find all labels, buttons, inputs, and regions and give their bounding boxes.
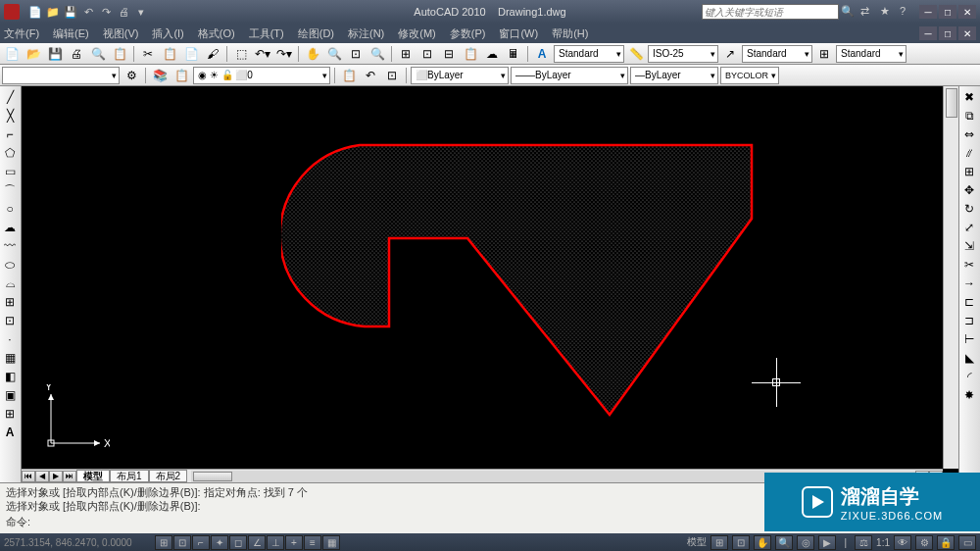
pan-status-icon[interactable]: ✋ bbox=[754, 535, 771, 550]
annotation-visibility-icon[interactable]: 👁 bbox=[894, 535, 911, 550]
workspace-settings-icon[interactable]: ⚙ bbox=[122, 67, 141, 84]
array-icon[interactable]: ⊞ bbox=[959, 163, 979, 180]
zoom-prev-icon[interactable]: 🔍 bbox=[368, 45, 387, 63]
preview-icon[interactable]: 🔍 bbox=[88, 45, 108, 63]
sheet-set-icon[interactable]: 📋 bbox=[461, 45, 480, 63]
minimize-button[interactable]: ─ bbox=[919, 5, 937, 19]
tab-layout2[interactable]: 布局2 bbox=[149, 470, 188, 482]
color-dropdown[interactable]: ⬜ ByLayer bbox=[411, 67, 509, 84]
polyline-icon[interactable]: ⌐ bbox=[0, 125, 20, 143]
tab-first-button[interactable]: ⏮ bbox=[22, 471, 35, 482]
save-icon[interactable]: 💾 bbox=[45, 45, 65, 63]
pan-icon[interactable]: ✋ bbox=[303, 45, 322, 63]
toolbar-lock-icon[interactable]: 🔒 bbox=[937, 535, 955, 550]
rotate-icon[interactable]: ↻ bbox=[959, 200, 979, 218]
hatch-icon[interactable]: ▦ bbox=[0, 349, 20, 367]
star-icon[interactable]: ★ bbox=[880, 5, 894, 19]
menu-draw[interactable]: 绘图(D) bbox=[298, 26, 334, 41]
join-icon[interactable]: ⊢ bbox=[959, 330, 979, 348]
plotstyle-dropdown[interactable]: BYCOLOR bbox=[720, 67, 779, 84]
layer-dropdown[interactable]: ◉ ☀ 🔓 ⬜ 0 bbox=[193, 67, 330, 84]
coordinates-display[interactable]: 2571.3154, 846.2470, 0.0000 bbox=[4, 537, 151, 548]
menu-format[interactable]: 格式(O) bbox=[198, 26, 235, 41]
tab-next-button[interactable]: ▶ bbox=[49, 471, 63, 482]
vertical-scrollbar[interactable] bbox=[943, 86, 958, 469]
close-button[interactable]: ✕ bbox=[958, 5, 976, 19]
cut-icon[interactable]: ✂ bbox=[138, 45, 158, 63]
mtext-icon[interactable]: A bbox=[0, 424, 20, 441]
menu-insert[interactable]: 插入(I) bbox=[152, 26, 183, 41]
break-icon[interactable]: ⊐ bbox=[959, 312, 979, 329]
osnap-button[interactable]: ◻ bbox=[229, 535, 247, 550]
make-block-icon[interactable]: ⊡ bbox=[0, 312, 20, 329]
hscroll-thumb[interactable] bbox=[193, 472, 232, 481]
drawing-canvas[interactable]: X Y ⏮ ◀ ▶ ⏭ 模型 布局1 布局2 ◀ ▶ bbox=[22, 86, 958, 482]
quick-view-layouts-icon[interactable]: ⊞ bbox=[710, 535, 728, 550]
point-icon[interactable]: · bbox=[0, 330, 20, 348]
showmotion-icon[interactable]: ▶ bbox=[818, 535, 836, 550]
fillet-icon[interactable]: ◜ bbox=[959, 368, 979, 385]
ellipse-icon[interactable]: ⬭ bbox=[0, 256, 20, 274]
ellipse-arc-icon[interactable]: ⌓ bbox=[0, 275, 20, 292]
rectangle-icon[interactable]: ▭ bbox=[0, 163, 20, 180]
lineweight-dropdown[interactable]: — ByLayer bbox=[630, 67, 718, 84]
snap-button[interactable]: ⊞ bbox=[155, 535, 172, 550]
copy-obj-icon[interactable]: ⧉ bbox=[959, 107, 979, 125]
menu-params[interactable]: 参数(P) bbox=[450, 26, 486, 41]
zoom-window-icon[interactable]: ⊡ bbox=[346, 45, 366, 63]
region-icon[interactable]: ▣ bbox=[0, 386, 20, 404]
new-icon[interactable]: 📄 bbox=[27, 4, 43, 20]
calculator-icon[interactable]: 🖩 bbox=[504, 45, 523, 63]
mleader-style-icon[interactable]: ↗ bbox=[720, 45, 740, 63]
menu-tools[interactable]: 工具(T) bbox=[249, 26, 284, 41]
table-style-dropdown[interactable]: Standard bbox=[836, 45, 906, 63]
markup-icon[interactable]: ☁ bbox=[482, 45, 502, 63]
annotation-scale-icon[interactable]: ⚖ bbox=[855, 535, 872, 550]
gradient-icon[interactable]: ◧ bbox=[0, 368, 20, 385]
move-icon[interactable]: ✥ bbox=[959, 181, 979, 199]
quick-view-drawings-icon[interactable]: ⊡ bbox=[732, 535, 750, 550]
ortho-button[interactable]: ⌐ bbox=[192, 535, 210, 550]
dyn-button[interactable]: + bbox=[285, 535, 303, 550]
extend-icon[interactable]: → bbox=[959, 275, 979, 292]
undo-icon[interactable]: ↶▾ bbox=[253, 45, 272, 63]
clean-screen-icon[interactable]: ▭ bbox=[958, 535, 976, 550]
otrack-button[interactable]: ∠ bbox=[248, 535, 266, 550]
model-space-label[interactable]: 模型 bbox=[687, 535, 707, 549]
trim-icon[interactable]: ✂ bbox=[959, 256, 979, 274]
workspace-dropdown[interactable] bbox=[2, 67, 120, 84]
block-icon[interactable]: ⬚ bbox=[231, 45, 251, 63]
layer-states-icon[interactable]: 📋 bbox=[172, 67, 191, 84]
workspace-switch-icon[interactable]: ⚙ bbox=[915, 535, 933, 550]
publish-icon[interactable]: 📋 bbox=[110, 45, 129, 63]
text-style-dropdown[interactable]: Standard bbox=[554, 45, 624, 63]
search-icon[interactable]: 🔍 bbox=[841, 5, 855, 19]
mleader-style-dropdown[interactable]: Standard bbox=[742, 45, 812, 63]
stretch-icon[interactable]: ⇲ bbox=[959, 237, 979, 255]
help-icon[interactable]: ? bbox=[900, 5, 913, 19]
chevron-down-icon[interactable]: ▾ bbox=[133, 4, 149, 20]
zoom-status-icon[interactable]: 🔍 bbox=[775, 535, 793, 550]
copy-icon[interactable]: 📋 bbox=[160, 45, 179, 63]
redo-icon[interactable]: ↷ bbox=[98, 4, 114, 20]
open-icon[interactable]: 📁 bbox=[45, 4, 61, 20]
menu-edit[interactable]: 编辑(E) bbox=[53, 26, 89, 41]
doc-maximize-button[interactable]: □ bbox=[939, 26, 956, 40]
tab-layout1[interactable]: 布局1 bbox=[110, 470, 149, 482]
spline-icon[interactable]: 〰 bbox=[0, 237, 20, 255]
lwt-button[interactable]: ≡ bbox=[304, 535, 321, 550]
undo-icon[interactable]: ↶ bbox=[80, 4, 96, 20]
linetype-dropdown[interactable]: —— ByLayer bbox=[511, 67, 628, 84]
zoom-icon[interactable]: 🔍 bbox=[324, 45, 344, 63]
mirror-icon[interactable]: ⇔ bbox=[959, 125, 979, 143]
ducs-button[interactable]: ⊥ bbox=[267, 535, 284, 550]
app-logo[interactable] bbox=[4, 4, 20, 20]
maximize-button[interactable]: □ bbox=[939, 5, 956, 19]
grid-button[interactable]: ⊡ bbox=[173, 535, 191, 550]
qp-button[interactable]: ▦ bbox=[322, 535, 340, 550]
exchange-icon[interactable]: ⇄ bbox=[860, 5, 874, 19]
table-style-icon[interactable]: ⊞ bbox=[814, 45, 834, 63]
layer-isolate-icon[interactable]: ⊡ bbox=[382, 67, 402, 84]
properties-icon[interactable]: ⊞ bbox=[396, 45, 416, 63]
polygon-icon[interactable]: ⬠ bbox=[0, 144, 20, 162]
